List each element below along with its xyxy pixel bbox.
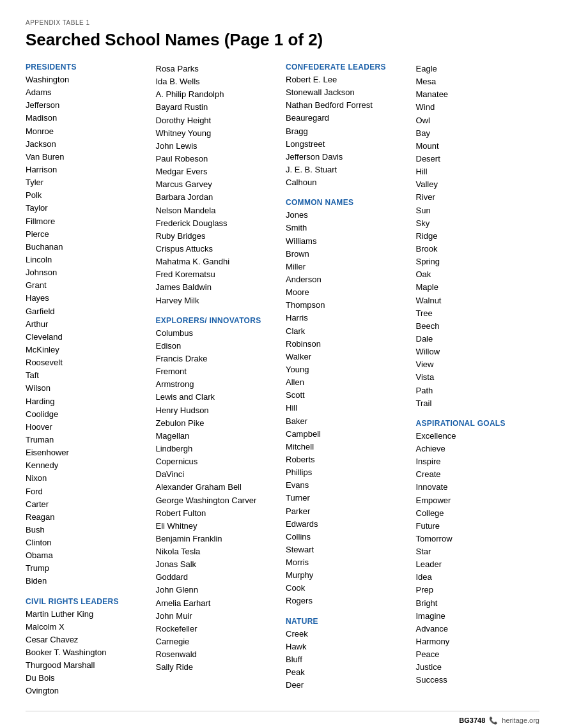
list-item: Maple (416, 281, 540, 294)
list-item: Carnegie (156, 635, 280, 648)
columns-container: PRESIDENTSWashingtonAdamsJeffersonMadiso… (26, 63, 539, 698)
list-item: Taylor (26, 202, 150, 215)
list-item: Harmony (416, 635, 540, 648)
list-item: Jefferson Davis (286, 151, 410, 163)
column-3: EagleMesaManateeWindOwlBayMountDesertHil… (416, 63, 540, 698)
name-list-3-1: ExcellenceAchieveInspireCreateInnovateEm… (416, 430, 540, 687)
list-item: Zebulon Pike (156, 417, 280, 430)
footer-bg-number: BG3748 (459, 717, 485, 724)
list-item: Washington (26, 73, 150, 86)
list-item: Ovington (26, 685, 150, 697)
list-item: Owl (416, 114, 540, 127)
list-item: Adams (26, 86, 150, 99)
list-item: Jonas Salk (156, 558, 280, 571)
list-item: Walker (286, 351, 410, 363)
list-item: Jones (286, 209, 410, 222)
list-item: Coolidge (26, 408, 150, 421)
list-item: Ida B. Wells (156, 75, 280, 88)
list-item: Clark (286, 325, 410, 338)
list-item: Dorothy Height (156, 114, 280, 127)
section-title-2-0: CONFEDERATE LEADERS (286, 63, 410, 72)
column-1: Rosa ParksIda B. WellsA. Philip Randolph… (156, 63, 286, 698)
list-item: Buchanan (26, 241, 150, 254)
list-item: Bragg (286, 125, 410, 138)
list-item: Harrison (26, 163, 150, 176)
list-item: Sally Ride (156, 661, 280, 674)
list-item: Reagan (26, 511, 150, 524)
list-item: John Lewis (156, 140, 280, 153)
list-item: Hawk (286, 641, 410, 653)
list-item: Rockefeller (156, 623, 280, 635)
list-item: Harvey Milk (156, 294, 280, 307)
list-item: Hayes (26, 292, 150, 305)
list-item: Harding (26, 395, 150, 408)
list-item: Monroe (26, 125, 150, 138)
list-item: Mount (416, 140, 540, 153)
section-title-3-1: ASPIRATIONAL GOALS (416, 419, 540, 428)
list-item: Thompson (286, 299, 410, 312)
name-list-1-0: Rosa ParksIda B. WellsA. Philip Randolph… (156, 63, 280, 307)
list-item: Madison (26, 112, 150, 125)
list-item: DaVinci (156, 468, 280, 481)
list-item: Fred Korematsu (156, 268, 280, 281)
list-item: Cook (286, 582, 410, 595)
list-item: Polk (26, 189, 150, 202)
list-item: McKinley (26, 344, 150, 356)
name-list-2-2: CreekHawkBluffPeakDeer (286, 628, 410, 692)
list-item: Edwards (286, 518, 410, 531)
list-item: Path (416, 384, 540, 397)
list-item: Peace (416, 648, 540, 661)
list-item: Ruby Bridges (156, 230, 280, 243)
list-item: Lindbergh (156, 443, 280, 455)
section-title-2-1: COMMON NAMES (286, 198, 410, 207)
list-item: A. Philip Randolph (156, 88, 280, 101)
list-item: Murphy (286, 569, 410, 582)
list-item: Clinton (26, 536, 150, 549)
list-item: Create (416, 468, 540, 481)
list-item: River (416, 191, 540, 204)
list-item: View (416, 358, 540, 371)
list-item: Edison (156, 340, 280, 353)
column-0: PRESIDENTSWashingtonAdamsJeffersonMadiso… (26, 63, 156, 698)
list-item: Mitchell (286, 441, 410, 453)
list-item: Peak (286, 666, 410, 679)
list-item: Bayard Rustin (156, 101, 280, 114)
list-item: Arthur (26, 318, 150, 331)
list-item: Brown (286, 248, 410, 261)
list-item: Eisenhower (26, 446, 150, 459)
list-item: John Glenn (156, 584, 280, 596)
list-item: Justice (416, 661, 540, 674)
page-title: Searched School Names (Page 1 of 2) (26, 30, 539, 50)
list-item: Bluff (286, 653, 410, 666)
name-list-1-1: ColumbusEdisonFrancis DrakeFremontArmstr… (156, 327, 280, 674)
list-item: Goddard (156, 571, 280, 584)
list-item: Nathan Bedford Forrest (286, 99, 410, 112)
list-item: Moore (286, 286, 410, 299)
list-item: Lewis and Clark (156, 391, 280, 404)
list-item: Bush (26, 524, 150, 536)
list-item: Star (416, 545, 540, 558)
list-item: Nelson Mandela (156, 204, 280, 217)
list-item: Alexander Graham Bell (156, 481, 280, 494)
list-item: George Washington Carver (156, 494, 280, 507)
list-item: Crispus Attucks (156, 243, 280, 255)
list-item: Medgar Evers (156, 165, 280, 178)
list-item: Miller (286, 261, 410, 273)
list-item: Spring (416, 255, 540, 268)
list-item: Jefferson (26, 99, 150, 112)
list-item: Eagle (416, 63, 540, 75)
list-item: Francis Drake (156, 353, 280, 365)
list-item: Campbell (286, 428, 410, 441)
list-item: Robert E. Lee (286, 73, 410, 86)
list-item: Desert (416, 153, 540, 165)
list-item: College (416, 507, 540, 520)
section-title-1-1: EXPLORERS/ INNOVATORS (156, 316, 280, 325)
list-item: Garfield (26, 305, 150, 318)
list-item: Stonewall Jackson (286, 86, 410, 99)
list-item: Fillmore (26, 215, 150, 228)
list-item: Harris (286, 312, 410, 324)
list-item: Phillips (286, 466, 410, 479)
list-item: Truman (26, 434, 150, 446)
column-2: CONFEDERATE LEADERSRobert E. LeeStonewal… (286, 63, 416, 698)
list-item: Henry Hudson (156, 404, 280, 417)
